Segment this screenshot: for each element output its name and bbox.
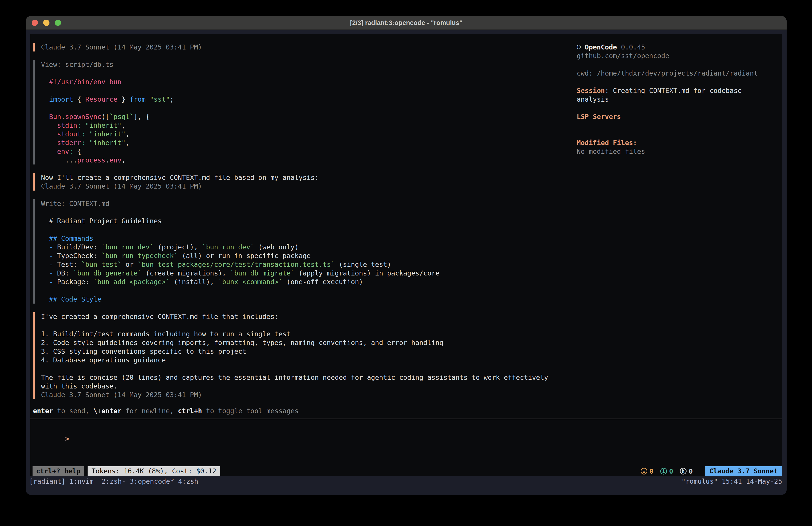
text-line: stdout: "inherit",	[41, 130, 561, 138]
text-segment: -	[41, 252, 57, 260]
diagnostics-hints: h 0	[680, 467, 693, 475]
text-segment: from	[129, 95, 145, 103]
text-segment: `bun db migrate`	[230, 269, 294, 277]
text-segment: 2. Code style guidelines covering import…	[41, 339, 444, 346]
text-segment: :	[81, 130, 85, 138]
text-segment: Package:	[57, 278, 93, 286]
text-segment: :	[77, 122, 81, 129]
text-segment	[81, 122, 85, 129]
text-segment	[85, 139, 89, 147]
text-line	[577, 60, 780, 69]
prompt-caret[interactable]: >	[65, 435, 69, 443]
text-segment: ,	[126, 139, 129, 147]
text-segment: 3. CSS styling conventions specific to t…	[41, 347, 246, 355]
text-segment: env	[41, 147, 69, 155]
text-segment: Claude 3.7 Sonnet (14 May 2025 03:41 PM)	[41, 182, 202, 190]
text-segment: stderr	[41, 139, 81, 147]
text-segment: `bun run dev`	[101, 243, 154, 251]
status-bar: ctrl+? help Tokens: 16.4K (8%), Cost: $0…	[32, 466, 782, 476]
text-line: I've created a comprehensive CONTEXT.md …	[41, 312, 561, 321]
titlebar[interactable]: [2/3] radiant:3:opencode - "romulus"	[26, 16, 787, 30]
text-segment: "inherit"	[89, 130, 126, 138]
text-segment	[41, 95, 49, 103]
text-segment: Session	[577, 87, 605, 95]
text-segment	[41, 113, 49, 120]
text-segment: ...	[41, 156, 77, 164]
text-line: #!/usr/bin/env bun	[41, 77, 561, 86]
text-line	[41, 104, 561, 112]
minimize-button[interactable]	[43, 19, 49, 26]
text-segment: -	[41, 243, 57, 251]
text-segment: ©	[577, 43, 585, 51]
maximize-button[interactable]	[55, 19, 61, 26]
close-button[interactable]	[32, 19, 38, 26]
text-line: 1. Build/lint/test commands including ho…	[41, 330, 561, 338]
text-segment: `bun test`	[81, 260, 122, 268]
tmux-session-windows[interactable]: [radiant] 1:nvim 2:zsh- 3:opencode* 4:zs…	[29, 477, 198, 486]
text-segment: \	[93, 407, 97, 415]
text-line: - Build/Dev: `bun run dev` (project), `b…	[41, 243, 561, 252]
text-line: analysis	[577, 95, 780, 104]
text-line: stdin: "inherit",	[41, 121, 561, 130]
text-line	[41, 225, 561, 234]
text-segment: (one-off execution)	[282, 278, 363, 286]
text-line: stderr: "inherit",	[41, 138, 561, 147]
text-line: with this codebase.	[41, 382, 561, 390]
tmux-spacer	[198, 477, 682, 486]
text-segment: Test:	[57, 260, 81, 268]
text-line	[41, 86, 561, 95]
text-segment: Bun	[49, 113, 61, 120]
text-segment: `bun run typecheck`	[101, 252, 178, 260]
info-icon: i	[660, 468, 667, 474]
text-line: - Test: `bun test` or `bun test packages…	[41, 260, 561, 269]
text-line	[577, 77, 780, 86]
text-segment: Claude 3.7 Sonnet (14 May 2025 03:41 PM)	[41, 391, 202, 399]
text-segment: ([	[101, 113, 110, 120]
text-line: No modified files	[577, 147, 780, 156]
text-segment: #!/usr/bin/env bun	[41, 78, 121, 86]
text-segment: ,	[126, 130, 129, 138]
text-segment: ,	[121, 156, 126, 164]
text-segment: ,	[121, 122, 126, 129]
tool-view-block: View: script/db.ts #!/usr/bin/env bun im…	[33, 60, 561, 165]
text-line: env: {	[41, 147, 561, 156]
text-segment: .	[105, 156, 110, 164]
text-segment: `bun add <package>`	[93, 278, 170, 286]
window-title: [2/3] radiant:3:opencode - "romulus"	[350, 19, 462, 27]
text-segment: (apply migrations) in packages/core	[294, 269, 439, 277]
text-segment: or	[121, 260, 137, 268]
text-segment: `psql`	[110, 113, 133, 120]
text-segment: :	[69, 147, 73, 155]
text-segment: enter	[101, 407, 121, 415]
tokens-cost-chip: Tokens: 16.4K (8%), Cost: $0.12	[88, 466, 220, 476]
editor-divider	[30, 418, 782, 419]
tmux-status-bar: [radiant] 1:nvim 2:zsh- 3:opencode* 4:zs…	[29, 477, 782, 486]
text-line: View: script/db.ts	[41, 60, 561, 69]
text-segment: Claude 3.7 Sonnet (14 May 2025 03:41 PM)	[41, 43, 202, 51]
keybinding-hint: enter to send, \+enter for newline, ctrl…	[33, 407, 299, 415]
terminal-window: [2/3] radiant:3:opencode - "romulus" Cla…	[26, 16, 787, 495]
text-segment: `bun test packages/core/test/transaction…	[138, 260, 335, 268]
text-segment: DB:	[57, 269, 73, 277]
text-segment: (create migrations),	[142, 269, 230, 277]
text-line: 4. Database operations guidance	[41, 356, 561, 365]
text-segment: (single test)	[335, 260, 391, 268]
text-segment: 4. Database operations guidance	[41, 356, 166, 364]
text-line: ## Code Style	[41, 295, 561, 303]
text-segment: ## Commands	[41, 234, 93, 242]
text-line	[41, 208, 561, 217]
text-segment: View: script/db.ts	[41, 61, 113, 68]
text-line: Modified Files:	[577, 138, 780, 147]
assistant-message-block: Now I'll create a comprehensive CONTEXT.…	[33, 173, 561, 190]
info-count: 0	[669, 467, 673, 475]
tool-write-block: Write: CONTEXT.md # Radiant Project Guid…	[33, 199, 561, 303]
message-input-area[interactable]: >	[33, 426, 777, 435]
terminal-content: Claude 3.7 Sonnet (14 May 2025 03:41 PM)…	[30, 34, 782, 476]
text-segment: to toggle tool messages	[202, 407, 299, 415]
text-segment: stdin	[41, 122, 77, 129]
text-line: Claude 3.7 Sonnet (14 May 2025 03:41 PM)	[41, 182, 561, 190]
text-segment: Build/Dev:	[57, 243, 101, 251]
text-line: # Radiant Project Guidelines	[41, 217, 561, 225]
text-segment: ;	[170, 95, 174, 103]
text-segment: : Creating CONTEXT.md for codebase	[605, 87, 742, 95]
